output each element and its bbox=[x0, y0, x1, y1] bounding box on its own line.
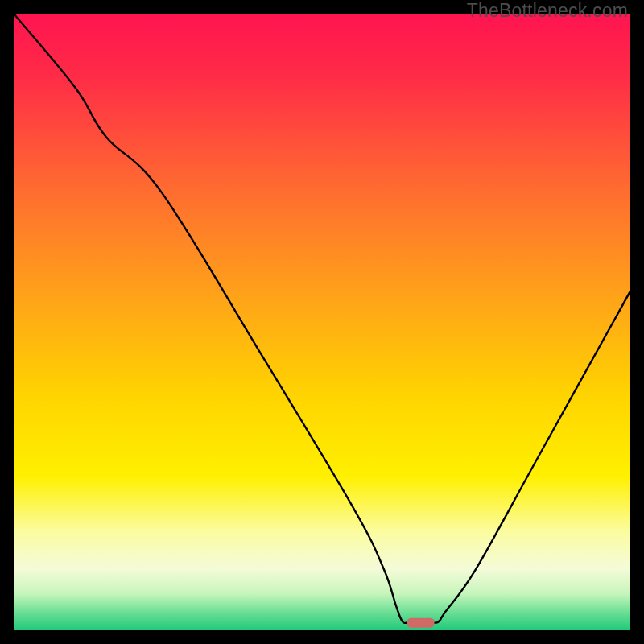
optimum-marker bbox=[407, 618, 435, 628]
bottleneck-chart bbox=[14, 14, 630, 630]
plot-area bbox=[14, 14, 630, 630]
chart-frame: TheBottleneck.com bbox=[0, 0, 644, 644]
gradient-background bbox=[14, 14, 630, 630]
